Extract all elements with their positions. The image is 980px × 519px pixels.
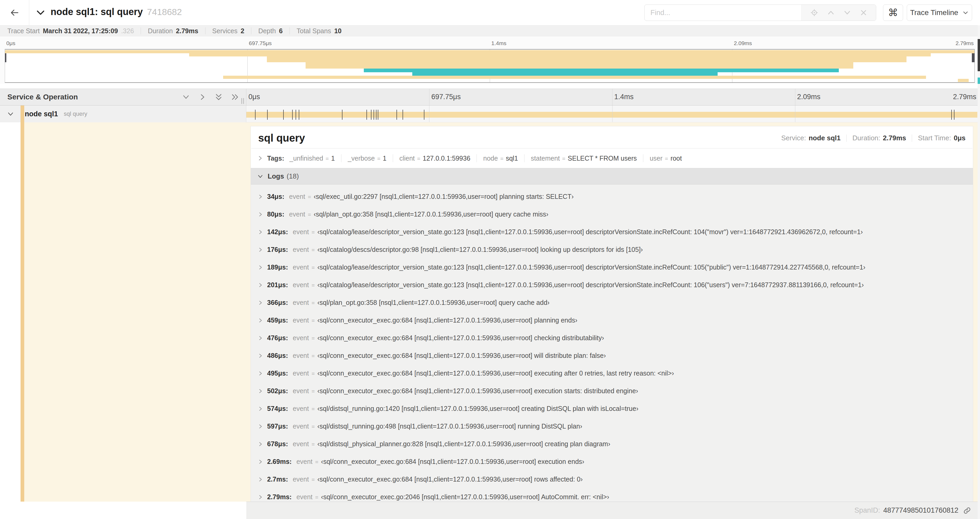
- logs-count: (18): [286, 172, 299, 180]
- log-expand-icon[interactable]: [258, 353, 263, 358]
- logs-section-header[interactable]: Logs (18): [251, 168, 973, 185]
- summary-label: Duration:: [853, 134, 880, 142]
- log-expand-icon[interactable]: [258, 495, 263, 500]
- log-expand-icon[interactable]: [258, 318, 263, 323]
- column-grip-icon[interactable]: [241, 98, 244, 104]
- log-row[interactable]: 189μs:event=‹sql/catalog/lease/descripto…: [251, 259, 973, 276]
- minimap-ruler: 0μs697.75μs1.4ms2.09ms2.79ms: [5, 37, 975, 49]
- keyboard-shortcuts-button[interactable]: ⌘: [883, 5, 903, 21]
- tag-key: client: [399, 155, 415, 162]
- log-timestamp: 2.69ms:: [267, 458, 292, 465]
- log-timestamp: 2.79ms:: [267, 493, 292, 501]
- log-expand-icon[interactable]: [258, 371, 263, 376]
- log-expand-icon[interactable]: [258, 247, 263, 252]
- log-row[interactable]: 80μs:event=‹sql/plan_opt.go:358 [nsql1,c…: [251, 206, 973, 223]
- log-marker-tick: [283, 110, 284, 120]
- log-row[interactable]: 495μs:event=‹sql/conn_executor_exec.go:6…: [251, 364, 973, 382]
- log-expand-icon[interactable]: [258, 424, 263, 429]
- find-target-icon[interactable]: [810, 9, 818, 17]
- log-marker-tick: [424, 110, 425, 120]
- log-row[interactable]: 574μs:event=‹sql/distsql_running.go:1420…: [251, 400, 973, 417]
- log-expand-icon[interactable]: [258, 441, 263, 447]
- equals-sign: =: [312, 423, 315, 430]
- log-row[interactable]: 201μs:event=‹sql/catalog/lease/descripto…: [251, 276, 973, 294]
- log-expand-icon[interactable]: [258, 406, 263, 411]
- log-timestamp: 189μs:: [267, 263, 288, 271]
- log-row[interactable]: 678μs:event=‹sql/distsql_physical_planne…: [251, 435, 973, 453]
- trace-info-label: Services: [212, 27, 238, 35]
- top-bar: node sql1: sql query7418682 ⌘: [0, 0, 980, 25]
- log-row[interactable]: 2.69ms:event=‹sql/conn_executor_exec.go:…: [251, 453, 973, 471]
- equals-sign: =: [312, 335, 315, 342]
- log-row[interactable]: 2.7ms:event=‹sql/conn_executor_exec.go:6…: [251, 471, 973, 488]
- log-expand-icon[interactable]: [258, 265, 263, 270]
- summary-value: 2.79ms: [883, 134, 906, 142]
- scrollbar-thumb[interactable]: [978, 39, 980, 71]
- tag-item: _unfinished=1: [290, 155, 335, 162]
- minimap-canvas[interactable]: [5, 49, 975, 83]
- find-input[interactable]: [644, 5, 802, 21]
- logs-collapse-icon: [257, 173, 263, 180]
- page-title: node sql1: sql query7418682: [51, 6, 182, 18]
- log-field-value: ‹sql/exec_util.go:2297 [nsql1,client=127…: [314, 193, 574, 200]
- trace-title-collapse-toggle[interactable]: [35, 8, 46, 18]
- tag-value: 1: [331, 155, 335, 162]
- log-expand-icon[interactable]: [258, 335, 263, 341]
- log-expand-icon[interactable]: [258, 283, 263, 288]
- log-timestamp: 678μs:: [267, 440, 288, 448]
- equals-sign: =: [312, 406, 315, 412]
- log-row[interactable]: 502μs:event=‹sql/conn_executor_exec.go:6…: [251, 382, 973, 400]
- copy-link-icon[interactable]: [963, 506, 971, 514]
- log-expand-icon[interactable]: [258, 212, 263, 217]
- view-selector-button[interactable]: Trace Timeline: [907, 5, 972, 21]
- equals-sign: =: [312, 441, 315, 447]
- span-detail-card: sql query Service:node sql1Duration:2.79…: [251, 126, 973, 501]
- tags-row[interactable]: Tags: _unfinished=1_verbose=1client=127.…: [251, 149, 973, 168]
- log-expand-icon[interactable]: [258, 230, 263, 235]
- log-marker-tick: [342, 110, 342, 120]
- trace-info-label: Duration: [148, 27, 173, 35]
- log-expand-icon[interactable]: [258, 477, 263, 482]
- span-row: node sql1 sql query: [0, 105, 980, 122]
- log-marker-tick: [255, 110, 256, 120]
- log-expand-icon[interactable]: [258, 459, 263, 465]
- expand-all-icon[interactable]: [215, 93, 223, 101]
- logs-title: Logs: [268, 172, 284, 180]
- timeline-gridline: [429, 89, 430, 105]
- span-row-name-cell[interactable]: node sql1 sql query: [0, 105, 246, 122]
- log-row[interactable]: 366μs:event=‹sql/plan_opt.go:358 [nsql1,…: [251, 294, 973, 311]
- divider: [205, 27, 205, 34]
- span-row-timeline-cell[interactable]: [246, 105, 978, 122]
- log-expand-icon[interactable]: [258, 300, 263, 305]
- log-row[interactable]: 459μs:event=‹sql/conn_executor_exec.go:6…: [251, 311, 973, 329]
- log-row[interactable]: 486μs:event=‹sql/conn_executor_exec.go:6…: [251, 347, 973, 364]
- log-row[interactable]: 476μs:event=‹sql/conn_executor_exec.go:6…: [251, 329, 973, 347]
- detail-panel: sql query Service:node sql1Duration:2.79…: [246, 122, 980, 501]
- log-expand-icon[interactable]: [258, 388, 263, 394]
- back-button[interactable]: [0, 0, 29, 25]
- expand-one-icon[interactable]: [182, 93, 190, 101]
- span-detail-region: sql query Service:node sql1Duration:2.79…: [0, 122, 980, 501]
- log-field-value: ‹sql/distsql_running.go:498 [nsql1,clien…: [317, 423, 582, 430]
- log-row[interactable]: 176μs:event=‹sql/catalog/descs/descripto…: [251, 241, 973, 259]
- span-duration-bar[interactable]: [246, 112, 977, 118]
- page-scrollbar[interactable]: [978, 25, 980, 519]
- log-row[interactable]: 597μs:event=‹sql/distsql_running.go:498 …: [251, 417, 973, 435]
- equals-sign: =: [500, 156, 503, 162]
- log-field-key: event: [293, 423, 309, 430]
- equals-sign: =: [312, 282, 315, 289]
- detail-summary-item: Service:node sql1: [781, 134, 841, 142]
- find-clear-icon[interactable]: [860, 9, 867, 16]
- log-row[interactable]: 34μs:event=‹sql/exec_util.go:2297 [nsql1…: [251, 188, 973, 206]
- log-timestamp: 495μs:: [267, 369, 288, 377]
- equals-sign: =: [312, 370, 315, 377]
- collapse-all-icon[interactable]: [231, 93, 239, 101]
- row-collapse-icon[interactable]: [7, 110, 14, 118]
- log-expand-icon[interactable]: [258, 194, 263, 200]
- log-field-value: ‹sql/conn_executor_exec.go:684 [nsql1,cl…: [317, 387, 638, 395]
- find-prev-icon[interactable]: [827, 9, 835, 17]
- collapse-one-icon[interactable]: [198, 93, 207, 101]
- equals-sign: =: [312, 300, 315, 306]
- find-next-icon[interactable]: [843, 9, 851, 17]
- log-row[interactable]: 142μs:event=‹sql/catalog/lease/descripto…: [251, 223, 973, 241]
